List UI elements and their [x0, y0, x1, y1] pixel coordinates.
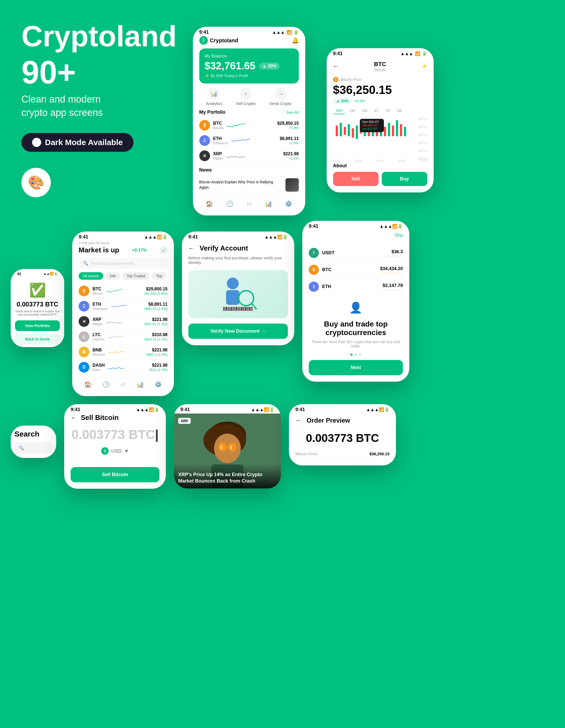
market-xrp-price: $221.98+$10.01 (1.2%): [144, 317, 168, 326]
svg-text:Open $36,437: Open $36,437: [362, 120, 379, 123]
tagline: Clean and moderncrypto app screens: [21, 93, 177, 120]
phone-success: 41 ▲▲📶🔋 ✅ 0.003773 BTC Great start to in…: [11, 269, 64, 347]
notification-icon[interactable]: 🔔: [291, 37, 299, 44]
next-button[interactable]: Next: [309, 360, 403, 375]
market-ltc-price: $310.98+$14.12 (1.2%): [144, 332, 168, 341]
market-xrp-row[interactable]: ✕ XRPRipple $221.98+$10.01 (1.2%): [79, 314, 168, 329]
xrp-sparkline: [226, 152, 245, 160]
market-tab-active[interactable]: 📊: [137, 381, 144, 388]
verify-document-btn[interactable]: Verify New Document →: [188, 324, 288, 339]
verify-description: Before making your first purchase, pleas…: [188, 256, 288, 265]
tab-swap[interactable]: ⇄: [247, 200, 252, 207]
market-tab-home[interactable]: 🏠: [84, 381, 92, 388]
market-bnb-info: BNBBinance: [93, 348, 105, 357]
tab-1m[interactable]: 1M: [359, 107, 370, 114]
back-to-home-btn[interactable]: Back to home: [15, 334, 60, 344]
tab-home[interactable]: 🏠: [206, 200, 213, 207]
hero-section: Cryptoland 90+ Clean and moderncrypto ap…: [21, 21, 177, 197]
svg-rect-12: [384, 127, 386, 136]
btc-price: $29,850.15 +0.9%: [277, 121, 298, 130]
buytrade-eth-row[interactable]: Ξ ETH $2,147.78: [309, 278, 403, 295]
market-dash-row[interactable]: D DASHDash $221.98+$14 (1.2%): [79, 360, 168, 375]
sell-crypto-btn[interactable]: ↑ Sell Crypto: [236, 88, 256, 106]
phone-btc-detail: 9:41 ▲▲▲📶🔋 ← BTC Bitcoin ★ ₿ Bitcoin Pri…: [326, 48, 434, 192]
btc-icon-onboard: ₿: [309, 265, 319, 275]
market-bnb-row[interactable]: B BNBBinance $221.98+$80.1 (1.2%): [79, 344, 168, 360]
market-btc-info: BTCBitcoin: [93, 287, 103, 295]
eth-bar: [381, 289, 403, 290]
tab-24h[interactable]: 24h: [105, 272, 120, 280]
tab-settings[interactable]: ⚙️: [285, 200, 292, 207]
btc-title-block: BTC Bitcoin: [374, 61, 386, 72]
usd-selector[interactable]: $ USD ▼: [71, 447, 160, 455]
market-filter-tabs: All assets 24h Top Traded Top: [79, 272, 168, 280]
svg-text:High $40,437: High $40,437: [362, 124, 378, 127]
view-portfolio-btn[interactable]: View Portfolio: [15, 320, 60, 331]
tab-top-traded[interactable]: Top Traded: [122, 272, 150, 280]
market-dash-chart: [108, 363, 145, 371]
market-search-bar[interactable]: 🔍 Search cryptocurrencies: [79, 258, 168, 268]
btc-back-btn[interactable]: ←: [333, 63, 339, 70]
svg-text:₿: ₿: [221, 445, 222, 449]
dark-mode-badge[interactable]: ◑ Dark Mode Available: [21, 133, 134, 152]
time-display: 9:41: [199, 29, 209, 35]
tab-1y[interactable]: 1Y: [371, 107, 381, 114]
tab-24h[interactable]: 24H: [333, 107, 345, 114]
news-tag: XRP: [178, 418, 191, 424]
btc-action-row: Sell Buy: [333, 172, 427, 186]
sell-bitcoin-btn[interactable]: Sell Bitcoin: [71, 467, 160, 482]
tab-all-assets[interactable]: All assets: [79, 272, 103, 280]
phone-search: Search 🔍: [11, 426, 56, 458]
send-crypto-btn[interactable]: → Send Crypto: [270, 88, 291, 106]
search-input-bar[interactable]: 🔍: [14, 442, 52, 454]
verify-header: ← Verify Account: [188, 241, 288, 256]
market-change: +9.17%: [132, 248, 147, 253]
tab-chart[interactable]: 📊: [265, 200, 272, 207]
eth-row[interactable]: Ξ ETH Ethereum $8,891.11 +2.4%: [199, 133, 299, 148]
success-desc: Great start to invest in crypto! You jus…: [15, 310, 60, 316]
usd-chevron: ▼: [124, 448, 129, 454]
svg-rect-1: [340, 123, 342, 136]
tab-1w[interactable]: 1W: [347, 107, 358, 114]
btc-star-icon[interactable]: ★: [422, 63, 427, 70]
btc-row[interactable]: ₿ BTC Bitcoin $29,850.15 +0.9%: [199, 118, 299, 133]
xrp-price: $221.98 +1.2%: [283, 151, 299, 160]
news-item[interactable]: Bitcoin Analyst Explain Why Price is Ral…: [199, 176, 299, 194]
sell-button[interactable]: Sell: [333, 172, 378, 186]
buy-button[interactable]: Buy: [382, 172, 427, 186]
tab-clock[interactable]: 🕐: [226, 200, 233, 207]
xrp-row[interactable]: ✕ XRP Ripple $221.98 +1.2%: [199, 148, 299, 164]
btc-info: BTC Bitcoin: [213, 121, 224, 130]
market-ltc-row[interactable]: Ł LTCLitecoin $310.98+$14.12 (1.2%): [79, 329, 168, 344]
buytrade-skip[interactable]: Skip: [309, 230, 403, 240]
order-back-btn[interactable]: ←: [295, 417, 301, 424]
eth-chart: [232, 137, 277, 145]
news-photo: ₿ ₿ XRP XRP's Price Up 14% as Entire Cry…: [174, 414, 281, 488]
success-content: ✅ 0.003773 BTC Great start to invest in …: [11, 277, 64, 347]
eth-sparkline: [232, 137, 250, 145]
market-btc-row[interactable]: ₿ BTCBitcoin $29,850.15+$1,383 (0.9%): [79, 283, 168, 299]
buytrade-usdt-row[interactable]: T USDT $36.3: [309, 245, 403, 261]
btc-chart: [227, 121, 274, 129]
market-tab-settings[interactable]: ⚙️: [155, 381, 162, 388]
btc-detail-header: ← BTC Bitcoin ★: [333, 58, 427, 75]
svg-rect-27: [224, 307, 224, 311]
analytics-btn[interactable]: 📊 Analytics: [206, 88, 222, 106]
svg-point-22: [227, 278, 239, 289]
tab-5y[interactable]: 5Y: [383, 107, 393, 114]
market-eth-row[interactable]: Ξ ETHEthereum $8,891.11+$80.35 (2.4%): [79, 299, 168, 314]
dashboard-tab-bar: 🏠 🕐 ⇄ 📊 ⚙️: [199, 197, 299, 209]
verify-back-btn[interactable]: ←: [188, 245, 194, 252]
tab-top[interactable]: Top: [152, 272, 166, 280]
market-tab-clock[interactable]: 🕐: [103, 381, 110, 388]
buytrade-btc-row[interactable]: ₿ BTC $34,434.20: [309, 261, 403, 278]
sell-back-btn[interactable]: ←: [71, 414, 77, 421]
btc-symbol: BTC: [374, 61, 386, 68]
usd-coin-icon: $: [101, 447, 109, 455]
market-tab-swap[interactable]: ⇄: [121, 381, 126, 388]
svg-rect-33: [231, 307, 232, 311]
see-all-portfolio[interactable]: See All: [286, 110, 299, 115]
search-magnify-icon: 🔍: [19, 445, 24, 450]
buytrade-time: 9:41: [309, 223, 318, 229]
tab-all[interactable]: All: [394, 107, 404, 114]
